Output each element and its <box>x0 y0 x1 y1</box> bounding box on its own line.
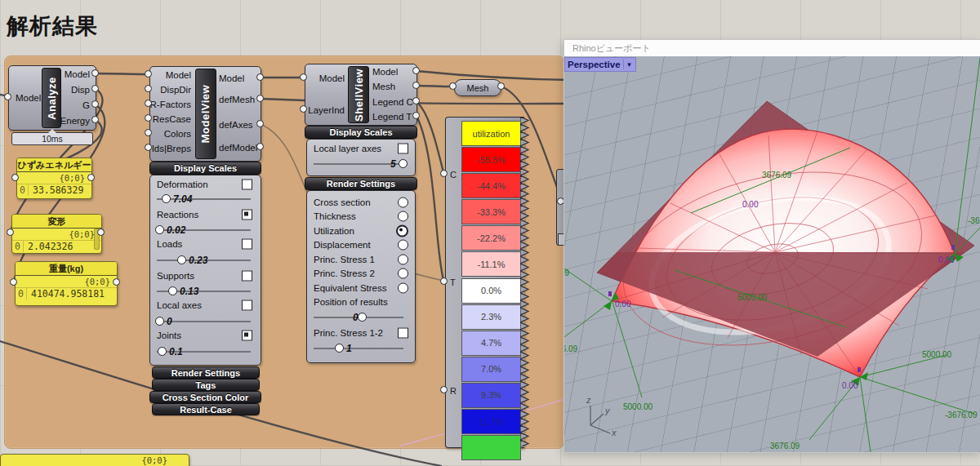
option-radio[interactable] <box>398 269 408 279</box>
slider-value: 0.13 <box>180 286 198 297</box>
slider-knob[interactable] <box>158 347 167 356</box>
shellview-render-settings-button[interactable]: Render Settings <box>305 177 417 190</box>
modelview-component[interactable]: Model DispDir R-Factors ResCase Colors I… <box>149 66 261 162</box>
result-case-button[interactable]: Result-Case <box>152 403 260 415</box>
analyze-component[interactable]: Model Analyze Model Disp G Energy <box>8 65 96 131</box>
dim-label: 3676.09 <box>770 442 800 450</box>
princ-stress-12-checkbox[interactable] <box>398 328 408 339</box>
modelview-input-label: DispDir <box>160 85 191 95</box>
shellview-name-bar[interactable]: ShellView <box>348 66 369 123</box>
port[interactable] <box>256 120 264 127</box>
render-settings-button[interactable]: Render Settings <box>152 366 260 379</box>
legend-swatch: 2.3% <box>461 304 521 330</box>
port[interactable] <box>113 278 120 286</box>
port[interactable] <box>145 114 152 122</box>
slider-knob[interactable] <box>168 286 177 295</box>
mesh-capsule[interactable]: Mesh <box>454 79 501 96</box>
panel-strain-energy[interactable]: ひずみエネルギー {0;0} 033.586329 <box>16 158 92 199</box>
screenshot-root: 解析結果 Model Analyze Model Disp G Energy 1… <box>0 0 980 466</box>
tags-button[interactable]: Tags <box>152 379 260 391</box>
option-radio[interactable] <box>398 211 408 222</box>
port[interactable] <box>300 105 307 113</box>
view-selector[interactable]: Perspective ▼ <box>564 57 636 72</box>
analyze-name-bar[interactable]: Analyze <box>42 68 61 128</box>
port[interactable] <box>440 170 448 177</box>
slider-knob[interactable] <box>358 313 367 322</box>
slider-knob[interactable] <box>155 317 164 326</box>
port[interactable] <box>440 386 448 393</box>
port[interactable] <box>145 144 152 151</box>
option-radio[interactable] <box>398 283 408 294</box>
slider-knob[interactable] <box>177 255 186 264</box>
port[interactable] <box>412 67 420 74</box>
port[interactable] <box>145 70 152 78</box>
port[interactable] <box>412 82 420 89</box>
rhino-viewport-window[interactable]: Rhinoビューポート Perspective ▼ <box>564 39 980 453</box>
scale-checkbox[interactable] <box>242 239 252 250</box>
shellview-output-label: Legend C <box>372 97 413 107</box>
viewport-3d-area[interactable]: Perspective ▼ <box>564 56 980 452</box>
slider-value: 1 <box>346 343 352 354</box>
port[interactable] <box>300 73 307 81</box>
port[interactable] <box>412 97 420 104</box>
port[interactable] <box>11 174 19 181</box>
shellview-render-panel[interactable]: Cross section Thickness Utilization Disp… <box>306 190 416 363</box>
slider-knob[interactable] <box>162 194 171 203</box>
shellview-display-scales-button[interactable]: Display Scales <box>305 126 417 139</box>
port[interactable] <box>256 73 264 81</box>
position-of-results-label: Position of results <box>314 297 388 307</box>
slider-knob[interactable] <box>399 159 408 168</box>
utilization-legend[interactable]: C T R utilization -55.5% -44.4% -33.3% -… <box>445 117 524 448</box>
option-radio[interactable] <box>398 255 408 265</box>
port[interactable] <box>4 93 11 100</box>
port[interactable] <box>145 100 152 107</box>
option-radio[interactable] <box>398 197 408 208</box>
modelview-display-scales-button[interactable]: Display Scales <box>149 162 261 175</box>
port[interactable] <box>256 143 264 150</box>
slider-knob[interactable] <box>335 344 344 353</box>
port[interactable] <box>87 174 95 181</box>
panel-partial-bottom[interactable]: {0;0} <box>0 454 189 466</box>
panel-value: 410474.958181 <box>27 288 105 300</box>
port[interactable] <box>449 82 457 90</box>
scale-checkbox[interactable] <box>242 180 252 190</box>
port[interactable] <box>97 229 105 236</box>
panel-value: 2.042326 <box>24 241 73 252</box>
panel-title: 重量(kg) <box>16 262 117 276</box>
option-radio[interactable] <box>396 225 408 237</box>
port[interactable] <box>10 278 17 286</box>
panel-deformation[interactable]: 変形 {0;0} 02.042326 <box>11 214 102 254</box>
analyze-output-label: Energy <box>60 116 90 126</box>
port[interactable] <box>256 95 264 102</box>
port[interactable] <box>91 100 99 108</box>
scale-checkbox[interactable] <box>242 271 252 282</box>
port[interactable] <box>7 229 14 236</box>
port[interactable] <box>440 277 448 285</box>
port[interactable] <box>412 112 420 119</box>
viewport-titlebar[interactable]: Rhinoビューポート <box>564 40 980 57</box>
port[interactable] <box>91 69 99 77</box>
scale-checkbox[interactable] <box>242 331 252 341</box>
chevron-down-icon[interactable]: ▼ <box>626 61 633 69</box>
option-radio[interactable] <box>398 240 408 251</box>
result-label: 0.00 <box>615 300 630 308</box>
axis-z-label: z <box>586 395 591 405</box>
shellview-scales-panel[interactable]: Local layer axes 5 <box>306 139 416 176</box>
scale-checkbox[interactable] <box>242 300 252 311</box>
port[interactable] <box>91 85 99 92</box>
dim-label: 5000.00 <box>737 293 767 302</box>
modelview-scales-panel[interactable]: Deformation 7.04 Reactions 0.02 Loads 0.… <box>149 175 261 366</box>
panel-weight[interactable]: 重量(kg) {0;0} 0410474.958181 <box>15 261 118 306</box>
shellview-component[interactable]: Model LayerInd ShellView Model Mesh Lege… <box>305 64 417 126</box>
legend-swatch: -22.2% <box>461 225 521 251</box>
port[interactable] <box>145 85 152 92</box>
local-layer-axes-checkbox[interactable] <box>398 144 408 154</box>
slider-value: 0.23 <box>189 255 207 266</box>
port[interactable] <box>91 116 99 123</box>
slider-knob[interactable] <box>155 225 164 234</box>
cross-section-color-button[interactable]: Cross Section Color <box>149 391 261 403</box>
modelview-name-bar[interactable]: ModelView <box>195 69 216 159</box>
scale-checkbox[interactable] <box>242 210 252 220</box>
port[interactable] <box>145 129 152 136</box>
port[interactable] <box>497 82 505 90</box>
